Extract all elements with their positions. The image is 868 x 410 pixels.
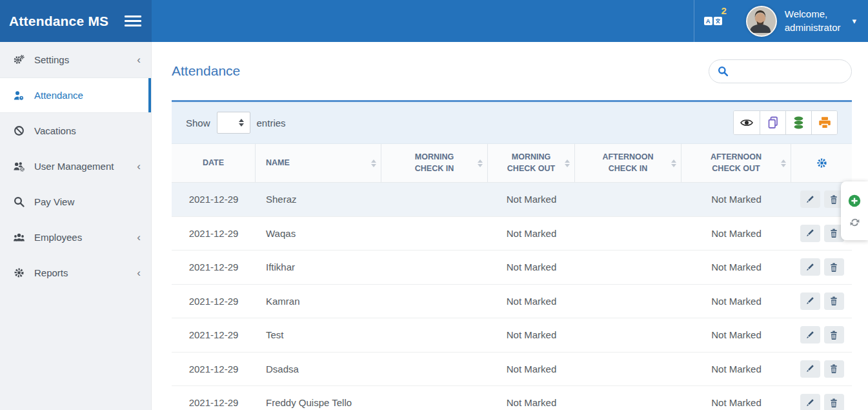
users-gear-icon	[12, 161, 26, 172]
sidebar-item-reports[interactable]: Reports ‹	[0, 255, 151, 291]
cell-afternoon-check-out: Not Marked	[681, 353, 791, 386]
pencil-icon	[805, 364, 815, 374]
main-content: Attendance Show	[152, 42, 868, 410]
search-icon	[718, 66, 729, 77]
sidebar-item-label: User Management	[34, 161, 128, 172]
sidebar-item-employees[interactable]: Employees ‹	[0, 220, 151, 255]
table-row[interactable]: 2021-12-29 Freddy Quispe Tello Not Marke…	[172, 386, 852, 410]
table-row[interactable]: 2021-12-29 Kamran Not Marked Not Marked	[172, 285, 852, 319]
cell-afternoon-check-out: Not Marked	[681, 251, 791, 284]
sidebar-item-vacations[interactable]: Vacations	[0, 113, 151, 149]
show-label: Show	[186, 118, 210, 128]
sidebar-item-attendance[interactable]: Attendance	[0, 77, 151, 113]
cell-date: 2021-12-29	[172, 251, 256, 284]
cell-afternoon-check-in	[575, 353, 681, 386]
delete-button[interactable]	[824, 292, 844, 310]
table-header: DATE NAME MORNING CHECK IN MORNING CHECK…	[172, 143, 852, 183]
delete-button[interactable]	[824, 360, 844, 378]
cell-morning-check-in	[381, 318, 488, 352]
column-header-afternoon-check-out[interactable]: AFTERNOON CHECK OUT	[681, 144, 791, 182]
cell-morning-check-out: Not Marked	[488, 318, 575, 352]
sidebar-item-pay-view[interactable]: Pay View	[0, 184, 151, 220]
attendance-panel: Show entries	[172, 100, 852, 410]
cell-morning-check-in	[381, 183, 488, 216]
table-row[interactable]: 2021-12-29 Dsadsa Not Marked Not Marked	[172, 353, 852, 387]
brand-title: Attendance MS	[9, 14, 108, 29]
sidebar-item-label: Pay View	[34, 196, 141, 207]
cell-morning-check-out: Not Marked	[488, 285, 575, 318]
cell-afternoon-check-out: Not Marked	[681, 386, 791, 410]
edit-button[interactable]	[800, 394, 820, 410]
edit-button[interactable]	[800, 258, 820, 276]
pencil-icon	[805, 398, 815, 408]
cell-morning-check-out: Not Marked	[488, 217, 575, 251]
database-icon	[793, 116, 804, 129]
chevron-left-icon: ‹	[137, 161, 141, 172]
table-row[interactable]: 2021-12-29 Iftikhar Not Marked Not Marke…	[172, 251, 852, 285]
trash-icon	[829, 398, 839, 408]
brand-area: Attendance MS	[0, 0, 152, 42]
edit-button[interactable]	[800, 190, 820, 208]
sidebar: Settings ‹ Attendance Vacation	[0, 42, 152, 410]
export-csv-button[interactable]	[785, 111, 811, 134]
chevron-down-icon: ▾	[852, 16, 856, 26]
cell-morning-check-out: Not Marked	[488, 353, 575, 386]
sidebar-item-settings[interactable]: Settings ‹	[0, 42, 151, 77]
cell-afternoon-check-in	[575, 318, 681, 352]
column-header-morning-check-out[interactable]: MORNING CHECK OUT	[488, 144, 575, 182]
edit-button[interactable]	[800, 326, 820, 343]
user-menu[interactable]: Welcome, administrator ▾	[746, 6, 862, 37]
language-translate-icon: A	[704, 17, 722, 25]
column-header-morning-check-in[interactable]: MORNING CHECK IN	[381, 144, 488, 182]
column-visibility-button[interactable]	[734, 111, 760, 134]
magnifier-icon	[12, 196, 26, 207]
cell-morning-check-in	[381, 386, 488, 410]
copy-button[interactable]	[760, 111, 785, 134]
cell-name: Freddy Quispe Tello	[256, 386, 381, 410]
ban-icon	[12, 125, 26, 136]
delete-button[interactable]	[824, 326, 844, 343]
search-input[interactable]	[734, 65, 851, 77]
select-spinner-icon	[239, 119, 244, 127]
edit-button[interactable]	[800, 292, 820, 310]
column-header-name[interactable]: NAME	[256, 144, 381, 182]
edit-button[interactable]	[800, 360, 820, 378]
language-menu-button[interactable]: 2 A	[694, 0, 732, 42]
cell-afternoon-check-out: Not Marked	[681, 285, 791, 318]
cell-afternoon-check-out: Not Marked	[681, 183, 791, 216]
cell-morning-check-out: Not Marked	[488, 183, 575, 216]
table-row[interactable]: 2021-12-29 Sheraz Not Marked Not Marked	[172, 183, 852, 217]
show-entries-select[interactable]	[217, 112, 250, 134]
column-header-date[interactable]: DATE	[172, 144, 256, 182]
quick-actions-panel	[841, 181, 868, 240]
user-clock-icon	[12, 90, 26, 101]
table-row[interactable]: 2021-12-29 Waqas Not Marked Not Marked	[172, 217, 852, 251]
pencil-icon	[805, 228, 815, 238]
delete-button[interactable]	[824, 394, 844, 410]
sidebar-item-label: Vacations	[34, 125, 141, 136]
trash-icon	[829, 194, 839, 205]
cell-afternoon-check-in	[575, 183, 681, 216]
edit-button[interactable]	[800, 225, 820, 242]
delete-button[interactable]	[824, 258, 844, 276]
chevron-left-icon: ‹	[137, 54, 141, 65]
add-button[interactable]	[848, 194, 861, 207]
cell-name: Iftikhar	[256, 251, 381, 284]
hamburger-menu-icon[interactable]	[125, 13, 141, 30]
sidebar-item-label: Attendance	[34, 90, 141, 101]
table-row[interactable]: 2021-12-29 Test Not Marked Not Marked	[172, 318, 852, 353]
cell-morning-check-in	[381, 251, 488, 284]
column-header-settings[interactable]	[791, 144, 853, 182]
show-entries-group: Show entries	[186, 112, 286, 134]
column-header-afternoon-check-in[interactable]: AFTERNOON CHECK IN	[575, 144, 681, 182]
cell-date: 2021-12-29	[172, 183, 256, 216]
entries-label: entries	[257, 118, 286, 128]
print-button[interactable]	[811, 111, 837, 134]
cell-date: 2021-12-29	[172, 386, 256, 410]
cell-afternoon-check-in	[575, 285, 681, 318]
sidebar-item-user-management[interactable]: User Management ‹	[0, 149, 151, 184]
pencil-icon	[805, 262, 815, 272]
sort-icon	[565, 159, 570, 167]
refresh-button[interactable]	[849, 217, 860, 228]
trash-icon	[829, 228, 839, 238]
